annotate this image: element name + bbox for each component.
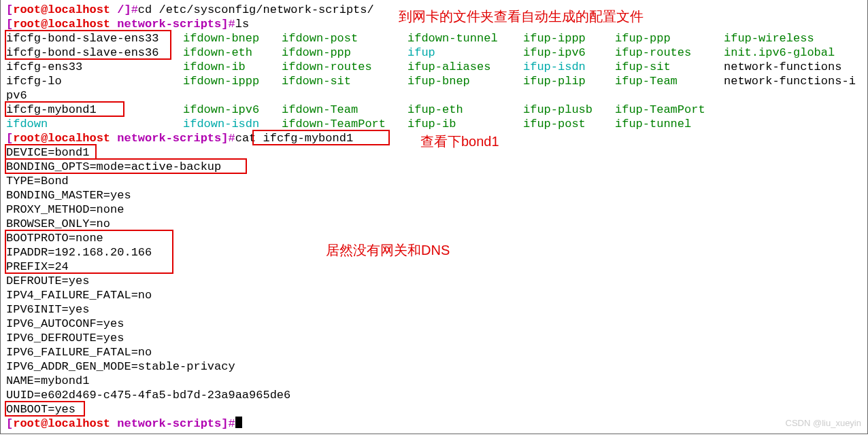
cfg-line: IPV6_DEFROUTE=yes	[6, 331, 867, 345]
watermark: CSDN @liu_xueyin	[786, 416, 861, 430]
cfg-line: BONDING_MASTER=yes	[6, 188, 867, 202]
ls-row: ifcfg-mybond1ifdown-ipv6ifdown-Teamifup-…	[6, 103, 867, 117]
ls-row: ifdownifdown-isdnifdown-TeamPortifup-ibi…	[6, 117, 867, 131]
cursor-icon	[235, 417, 242, 428]
highlight-box	[5, 158, 247, 174]
annotation-text: 到网卡的文件夹查看自动生成的配置文件	[399, 10, 644, 24]
cfg-line: IPV4_FAILURE_FATAL=no	[6, 288, 867, 302]
annotation-text: 居然没有网关和DNS	[326, 243, 450, 258]
cfg-line: PROXY_METHOD=none	[6, 202, 867, 217]
cfg-line: IPV6_AUTOCONF=yes	[6, 317, 867, 331]
line-final-prompt[interactable]: [root@localhost network-scripts]#	[6, 417, 867, 431]
cmd-cd: cd /etc/sysconfig/network-scripts/	[138, 3, 374, 16]
cfg-line: IPV6INIT=yes	[6, 302, 867, 317]
ls-row: ifcfg-ens33ifdown-ibifdown-routesifup-al…	[6, 60, 867, 74]
cfg-line: IPV6_FAILURE_FATAL=no	[6, 345, 867, 359]
highlight-box	[5, 30, 171, 60]
ls-row: ifcfg-loifdown-ipppifdown-sitifup-bnepif…	[6, 74, 867, 88]
cfg-line: BROWSER_ONLY=no	[6, 217, 867, 231]
highlight-box	[5, 144, 97, 160]
cfg-line: ONBOOT=yes	[6, 402, 867, 417]
cmd-ls: ls	[235, 18, 249, 31]
cfg-line: UUID=e602d469-c475-4fa5-bd7d-23a9aa965de…	[6, 388, 867, 402]
annotation-text: 查看下bond1	[420, 135, 499, 149]
cfg-line: TYPE=Bond	[6, 174, 867, 188]
cfg-line: NAME=mybond1	[6, 374, 867, 388]
ls-row: pv6	[6, 88, 867, 103]
highlight-box	[5, 230, 173, 274]
cfg-line: DEFROUTE=yes	[6, 274, 867, 288]
terminal: [root@localhost /]#cd /etc/sysconfig/net…	[0, 0, 868, 434]
highlight-box	[252, 130, 390, 145]
highlight-box	[5, 401, 85, 417]
highlight-box	[5, 101, 124, 117]
cfg-line: IPV6_ADDR_GEN_MODE=stable-privacy	[6, 359, 867, 374]
